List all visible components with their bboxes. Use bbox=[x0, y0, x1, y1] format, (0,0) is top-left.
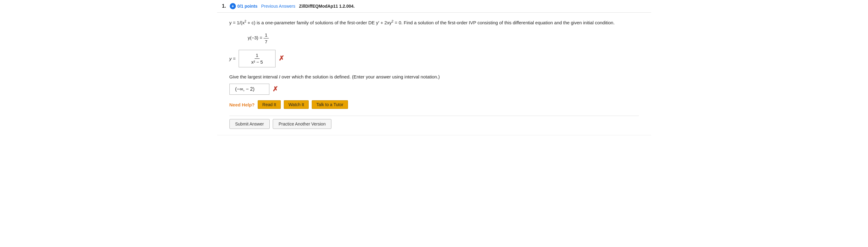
initial-condition: y(−3) = 1 7 bbox=[248, 32, 639, 44]
action-buttons: Submit Answer Practice Another Version bbox=[229, 116, 639, 129]
need-help-section: Need Help? Read It Watch It Talk to a Tu… bbox=[229, 100, 639, 109]
question-body: y = 1/(x2 + c) is a one-parameter family… bbox=[217, 12, 651, 135]
plus-circle-icon: + bbox=[230, 3, 236, 9]
y-wrong-mark: ✗ bbox=[279, 54, 284, 62]
talk-to-tutor-button[interactable]: Talk to a Tutor bbox=[312, 100, 348, 109]
question-number: 1. bbox=[222, 3, 226, 9]
read-it-button[interactable]: Read It bbox=[258, 100, 281, 109]
interval-answer-row: (−∞, − 2) ✗ bbox=[229, 84, 639, 95]
problem-id: ZillDiffEQModAp11 1.2.004. bbox=[299, 4, 354, 9]
submit-answer-button[interactable]: Submit Answer bbox=[229, 119, 270, 129]
points-badge: + 0/1 points bbox=[230, 3, 257, 9]
page-container: 1. + 0/1 points Previous Answers ZillDif… bbox=[217, 0, 651, 135]
answer-fraction: 1 x² − 5 bbox=[250, 53, 264, 64]
interval-answer-box[interactable]: (−∞, − 2) bbox=[229, 84, 269, 95]
initial-condition-fraction: 1 7 bbox=[264, 32, 269, 44]
y-answer-row: y = 1 x² − 5 ✗ bbox=[229, 50, 639, 67]
problem-statement: y = 1/(x2 + c) is a one-parameter family… bbox=[229, 19, 639, 27]
question-header: 1. + 0/1 points Previous Answers ZillDif… bbox=[217, 0, 651, 12]
points-text: 0/1 points bbox=[238, 4, 257, 9]
watch-it-button[interactable]: Watch It bbox=[284, 100, 309, 109]
y-answer-box[interactable]: 1 x² − 5 bbox=[239, 50, 276, 67]
y-label: y = bbox=[229, 56, 236, 61]
interval-section: Give the largest interval I over which t… bbox=[229, 73, 639, 95]
previous-answers-link[interactable]: Previous Answers bbox=[261, 4, 295, 9]
practice-another-version-button[interactable]: Practice Another Version bbox=[273, 119, 332, 129]
interval-question: Give the largest interval I over which t… bbox=[229, 73, 639, 81]
need-help-label: Need Help? bbox=[229, 102, 255, 107]
interval-wrong-mark: ✗ bbox=[273, 85, 278, 93]
